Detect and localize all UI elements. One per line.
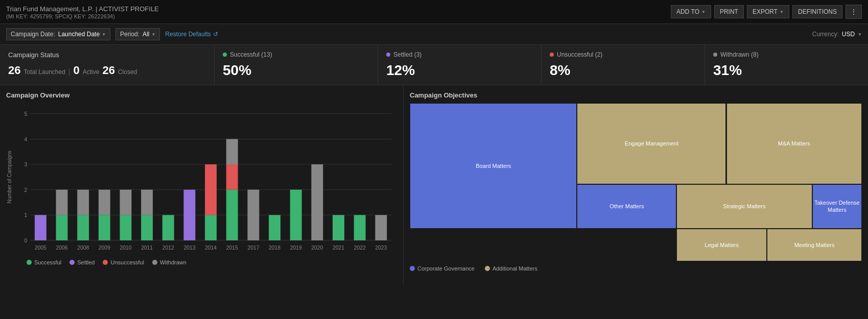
period-label: Period: [120,31,139,38]
add-to-arrow-icon: ▼ [701,10,706,14]
treemap-cell: M&A Matters [726,103,862,184]
status-card-1: Settled (3) 12% [378,45,542,85]
restore-defaults-button[interactable]: Restore Defaults ↺ [165,31,218,38]
treemap-cell-label: Takeover Defense Matters [813,199,861,214]
campaign-date-value: Launched Date [58,31,100,38]
campaign-overview-section: Campaign Overview 012345Number of Campai… [0,85,404,284]
currency-selector[interactable]: Currency: USD ▼ [812,31,862,38]
chart-legend-item: Settled [69,259,95,265]
treemap-cell: Legal Matters [676,229,767,261]
currency-value: USD [842,31,855,38]
svg-rect-16 [56,190,68,215]
svg-rect-41 [247,190,259,240]
objectives-title: Campaign Objectives [410,91,862,99]
bar-chart: 012345Number of Campaigns200520062008200… [6,103,397,256]
export-button[interactable]: EXPORT ▼ [747,5,789,18]
svg-text:2022: 2022 [354,245,366,251]
svg-rect-35 [205,164,217,215]
svg-text:2006: 2006 [56,245,68,251]
svg-rect-21 [99,215,110,240]
header: Trian Fund Management, L.P. | ACTIVIST P… [0,0,868,24]
chart-legend-item: Successful [27,259,61,265]
svg-text:4: 4 [25,137,28,142]
objectives-legend: Corporate GovernanceAdditional Matters [410,265,862,272]
svg-rect-22 [99,190,110,215]
svg-text:2019: 2019 [290,245,302,251]
svg-text:2009: 2009 [99,245,110,251]
svg-text:2021: 2021 [333,245,344,251]
chart-container: 012345Number of Campaigns200520062008200… [6,103,397,256]
campaign-status-row: Campaign Status 26 Total Launched | 0 Ac… [0,45,868,85]
svg-text:1: 1 [25,212,28,218]
campaign-overview-title: Campaign Overview [6,91,397,99]
status-card-label-1: Settled (3) [393,51,421,58]
svg-rect-24 [120,215,132,240]
status-card-2: Unsuccessful (2) 8% [542,45,705,85]
status-counts: 26 Total Launched | 0 Active 26 Closed [8,64,206,77]
status-pct-3: 31% [713,62,860,79]
currency-arrow-icon: ▼ [858,32,862,37]
svg-rect-38 [226,164,238,190]
status-card-label-2: Unsuccessful (2) [557,51,602,58]
treemap-cell-label: Legal Matters [705,241,739,249]
status-dot-3 [713,53,717,57]
status-card-label-3: Withdrawn (8) [720,51,759,58]
svg-rect-45 [290,190,302,240]
svg-rect-49 [333,215,344,240]
status-dot-2 [550,53,554,57]
treemap-cell-label: Engage Management [625,140,678,147]
svg-text:2008: 2008 [77,245,89,251]
treemap-cell: Other Matters [577,184,676,229]
treemap-cell-label: M&A Matters [778,140,810,147]
status-card-title-3: Withdrawn (8) [713,51,860,58]
treemap-cell-label: Other Matters [609,203,644,210]
active-label: Active [83,68,100,76]
status-pct-2: 8% [550,62,696,79]
campaign-date-label: Campaign Date: [11,31,55,38]
status-card-label-0: Successful (13) [230,51,272,58]
svg-rect-13 [35,215,46,240]
svg-rect-37 [226,190,238,240]
profile-type: | ACTIVIST PROFILE [96,5,159,13]
status-card-title-1: Settled (3) [386,51,533,58]
treemap-cell-label: Board Matters [476,162,511,169]
svg-text:2005: 2005 [35,245,46,251]
total-launched-label: Total Launched [24,68,65,76]
status-dot-0 [223,53,227,57]
period-filter[interactable]: Period: All ▼ [115,28,160,40]
svg-text:2010: 2010 [120,245,131,251]
definitions-button[interactable]: DEFINITIONS [792,5,842,18]
closed-number: 26 [102,64,114,77]
main-content: Campaign Overview 012345Number of Campai… [0,85,868,284]
treemap-cell: Meeting Matters [767,229,862,261]
svg-rect-51 [354,215,366,240]
svg-rect-53 [375,215,387,240]
svg-text:2018: 2018 [269,245,280,251]
active-number: 0 [74,64,80,77]
currency-label: Currency: [812,31,839,38]
status-pct-0: 50% [223,62,369,79]
svg-rect-32 [183,190,195,240]
chart-legend: SuccessfulSettledUnsuccessfulWithdrawn [6,259,397,265]
campaign-objectives-section: Campaign Objectives Board MattersEngage … [404,85,868,284]
treemap-cell-label: Strategic Matters [723,203,765,210]
treemap-cell: Engage Management [577,103,726,184]
closed-label: Closed [118,68,137,76]
treemap-cell-label: Meeting Matters [794,241,835,249]
more-options-button[interactable]: ⋮ [846,5,862,19]
period-arrow-icon: ▼ [151,32,155,37]
svg-rect-15 [56,215,68,240]
campaign-date-filter[interactable]: Campaign Date: Launched Date ▼ [6,28,110,40]
filter-bar: Campaign Date: Launched Date ▼ Period: A… [0,24,868,45]
status-card-3: Withdrawn (8) 31% [705,45,868,85]
print-button[interactable]: PRINT [714,5,744,18]
svg-text:5: 5 [25,111,28,117]
treemap-cell: Board Matters [410,103,577,229]
svg-text:2: 2 [25,187,28,193]
total-launched-number: 26 [8,64,20,77]
export-arrow-icon: ▼ [780,10,784,14]
svg-text:2015: 2015 [226,245,238,251]
treemap-container: Board MattersEngage ManagementM&A Matter… [410,103,862,261]
add-to-button[interactable]: ADD TO ▼ [671,5,711,18]
status-card-title-0: Successful (13) [223,51,369,58]
